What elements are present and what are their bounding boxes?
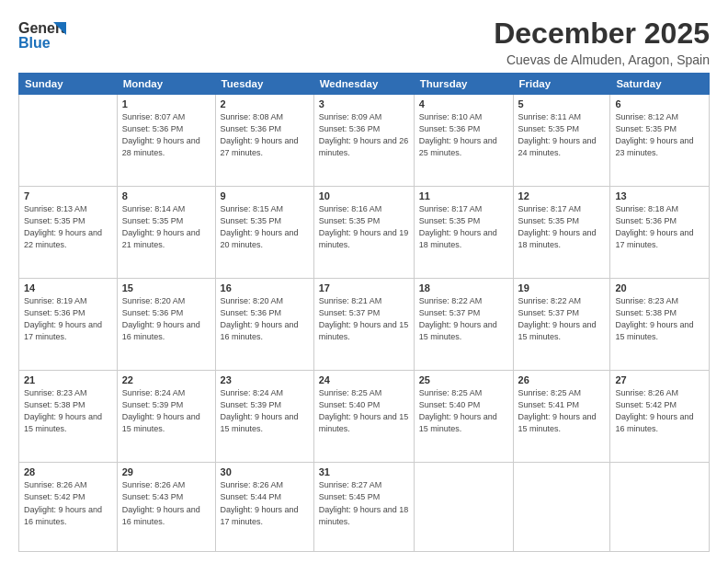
location-title: Cuevas de Almuden, Aragon, Spain (494, 52, 710, 67)
header-saturday: Saturday (610, 74, 710, 95)
day-info: Sunrise: 8:26 AMSunset: 5:42 PMDaylight:… (24, 480, 102, 525)
table-row: 21 Sunrise: 8:23 AMSunset: 5:38 PMDaylig… (19, 371, 118, 463)
day-info: Sunrise: 8:26 AMSunset: 5:42 PMDaylight:… (615, 388, 693, 433)
calendar-week-row: 28 Sunrise: 8:26 AMSunset: 5:42 PMDaylig… (19, 463, 710, 552)
day-number: 9 (221, 190, 309, 201)
table-row: 2 Sunrise: 8:08 AMSunset: 5:36 PMDayligh… (215, 95, 313, 187)
table-row: 30 Sunrise: 8:26 AMSunset: 5:44 PMDaylig… (215, 463, 313, 552)
table-row (610, 463, 710, 552)
table-row: 29 Sunrise: 8:26 AMSunset: 5:43 PMDaylig… (117, 463, 215, 552)
day-number: 17 (319, 282, 409, 293)
day-info: Sunrise: 8:14 AMSunset: 5:35 PMDaylight:… (122, 204, 200, 249)
day-number: 6 (615, 98, 704, 109)
calendar-week-row: 7 Sunrise: 8:13 AMSunset: 5:35 PMDayligh… (19, 187, 710, 279)
day-info: Sunrise: 8:27 AMSunset: 5:45 PMDaylight:… (319, 480, 409, 525)
header-friday: Friday (513, 74, 610, 95)
weekday-header-row: Sunday Monday Tuesday Wednesday Thursday… (19, 74, 710, 95)
logo-icon: General Blue (18, 17, 66, 55)
table-row: 1 Sunrise: 8:07 AMSunset: 5:36 PMDayligh… (117, 95, 215, 187)
day-number: 23 (221, 374, 309, 385)
table-row: 6 Sunrise: 8:12 AMSunset: 5:35 PMDayligh… (610, 95, 710, 187)
table-row: 14 Sunrise: 8:19 AMSunset: 5:36 PMDaylig… (19, 279, 118, 371)
day-info: Sunrise: 8:25 AMSunset: 5:41 PMDaylight:… (518, 388, 597, 433)
table-row: 16 Sunrise: 8:20 AMSunset: 5:36 PMDaylig… (215, 279, 313, 371)
day-number: 28 (24, 466, 112, 477)
table-row: 23 Sunrise: 8:24 AMSunset: 5:39 PMDaylig… (215, 371, 313, 463)
day-number: 25 (419, 374, 508, 385)
day-number: 12 (518, 190, 606, 201)
day-info: Sunrise: 8:20 AMSunset: 5:36 PMDaylight:… (221, 296, 299, 341)
header-wednesday: Wednesday (313, 74, 414, 95)
calendar-week-row: 21 Sunrise: 8:23 AMSunset: 5:38 PMDaylig… (19, 371, 710, 463)
table-row: 13 Sunrise: 8:18 AMSunset: 5:36 PMDaylig… (610, 187, 710, 279)
day-number: 8 (122, 190, 210, 201)
day-info: Sunrise: 8:21 AMSunset: 5:37 PMDaylight:… (319, 296, 409, 341)
day-info: Sunrise: 8:11 AMSunset: 5:35 PMDaylight:… (518, 112, 597, 157)
table-row: 31 Sunrise: 8:27 AMSunset: 5:45 PMDaylig… (313, 463, 414, 552)
table-row: 28 Sunrise: 8:26 AMSunset: 5:42 PMDaylig… (19, 463, 118, 552)
table-row: 5 Sunrise: 8:11 AMSunset: 5:35 PMDayligh… (513, 95, 610, 187)
day-info: Sunrise: 8:09 AMSunset: 5:36 PMDaylight:… (319, 112, 409, 157)
table-row: 27 Sunrise: 8:26 AMSunset: 5:42 PMDaylig… (610, 371, 710, 463)
table-row (414, 463, 513, 552)
table-row: 10 Sunrise: 8:16 AMSunset: 5:35 PMDaylig… (313, 187, 414, 279)
day-info: Sunrise: 8:17 AMSunset: 5:35 PMDaylight:… (518, 204, 597, 249)
month-title: December 2025 (494, 17, 710, 51)
table-row: 17 Sunrise: 8:21 AMSunset: 5:37 PMDaylig… (313, 279, 414, 371)
calendar-week-row: 1 Sunrise: 8:07 AMSunset: 5:36 PMDayligh… (19, 95, 710, 187)
day-number: 21 (24, 374, 112, 385)
title-block: December 2025 Cuevas de Almuden, Aragon,… (494, 17, 710, 67)
table-row: 22 Sunrise: 8:24 AMSunset: 5:39 PMDaylig… (117, 371, 215, 463)
day-number: 5 (518, 98, 606, 109)
day-number: 19 (518, 282, 606, 293)
day-number: 10 (319, 190, 409, 201)
table-row: 18 Sunrise: 8:22 AMSunset: 5:37 PMDaylig… (414, 279, 513, 371)
table-row (513, 463, 610, 552)
table-row: 12 Sunrise: 8:17 AMSunset: 5:35 PMDaylig… (513, 187, 610, 279)
table-row: 4 Sunrise: 8:10 AMSunset: 5:36 PMDayligh… (414, 95, 513, 187)
logo: General Blue (18, 17, 69, 55)
table-row: 25 Sunrise: 8:25 AMSunset: 5:40 PMDaylig… (414, 371, 513, 463)
table-row: 8 Sunrise: 8:14 AMSunset: 5:35 PMDayligh… (117, 187, 215, 279)
day-number: 31 (319, 466, 409, 477)
day-info: Sunrise: 8:26 AMSunset: 5:43 PMDaylight:… (122, 480, 200, 525)
day-info: Sunrise: 8:13 AMSunset: 5:35 PMDaylight:… (24, 204, 102, 249)
table-row: 15 Sunrise: 8:20 AMSunset: 5:36 PMDaylig… (117, 279, 215, 371)
day-number: 29 (122, 466, 210, 477)
day-number: 13 (615, 190, 704, 201)
header-monday: Monday (117, 74, 215, 95)
header-thursday: Thursday (414, 74, 513, 95)
calendar-table: Sunday Monday Tuesday Wednesday Thursday… (18, 73, 710, 552)
day-number: 24 (319, 374, 409, 385)
day-info: Sunrise: 8:23 AMSunset: 5:38 PMDaylight:… (24, 388, 102, 433)
day-number: 20 (615, 282, 704, 293)
day-number: 14 (24, 282, 112, 293)
day-info: Sunrise: 8:20 AMSunset: 5:36 PMDaylight:… (122, 296, 200, 341)
calendar-week-row: 14 Sunrise: 8:19 AMSunset: 5:36 PMDaylig… (19, 279, 710, 371)
table-row: 20 Sunrise: 8:23 AMSunset: 5:38 PMDaylig… (610, 279, 710, 371)
day-info: Sunrise: 8:07 AMSunset: 5:36 PMDaylight:… (122, 112, 200, 157)
svg-text:Blue: Blue (18, 35, 51, 51)
day-info: Sunrise: 8:19 AMSunset: 5:36 PMDaylight:… (24, 296, 102, 341)
page-header: General Blue December 2025 Cuevas de Alm… (18, 17, 710, 67)
day-number: 30 (221, 466, 309, 477)
table-row: 26 Sunrise: 8:25 AMSunset: 5:41 PMDaylig… (513, 371, 610, 463)
day-info: Sunrise: 8:08 AMSunset: 5:36 PMDaylight:… (221, 112, 299, 157)
table-row: 19 Sunrise: 8:22 AMSunset: 5:37 PMDaylig… (513, 279, 610, 371)
table-row: 9 Sunrise: 8:15 AMSunset: 5:35 PMDayligh… (215, 187, 313, 279)
header-tuesday: Tuesday (215, 74, 313, 95)
day-number: 16 (221, 282, 309, 293)
header-sunday: Sunday (19, 74, 118, 95)
table-row (19, 95, 118, 187)
day-info: Sunrise: 8:22 AMSunset: 5:37 PMDaylight:… (518, 296, 597, 341)
day-number: 11 (419, 190, 508, 201)
day-info: Sunrise: 8:10 AMSunset: 5:36 PMDaylight:… (419, 112, 497, 157)
table-row: 7 Sunrise: 8:13 AMSunset: 5:35 PMDayligh… (19, 187, 118, 279)
day-number: 26 (518, 374, 606, 385)
table-row: 3 Sunrise: 8:09 AMSunset: 5:36 PMDayligh… (313, 95, 414, 187)
calendar-page: General Blue December 2025 Cuevas de Alm… (0, 0, 728, 563)
day-number: 3 (319, 98, 409, 109)
day-info: Sunrise: 8:16 AMSunset: 5:35 PMDaylight:… (319, 204, 409, 249)
day-number: 18 (419, 282, 508, 293)
day-info: Sunrise: 8:17 AMSunset: 5:35 PMDaylight:… (419, 204, 497, 249)
